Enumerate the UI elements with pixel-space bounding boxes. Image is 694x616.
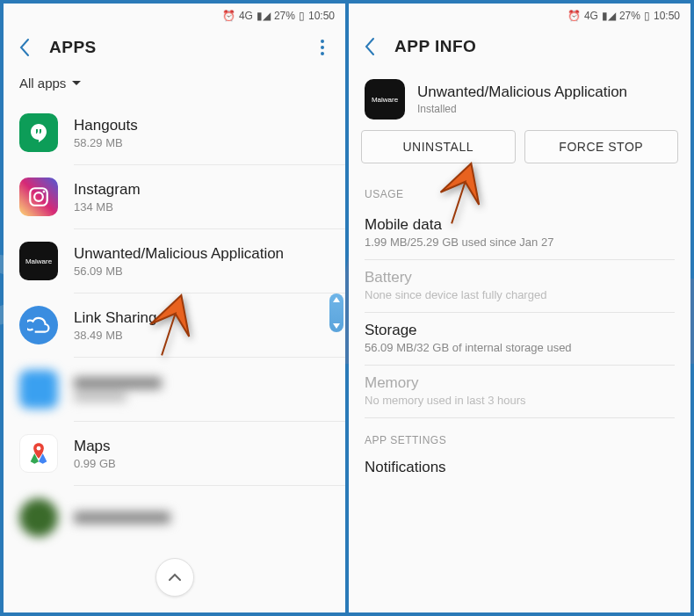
scroll-handle[interactable]: [329, 294, 343, 332]
left-phone: ⏰ 4G ▮◢ 27% ▯ 10:50 APPS All apps Hangou…: [4, 4, 345, 612]
svg-point-5: [43, 191, 46, 193]
chevron-down-icon: [71, 80, 82, 87]
app-size: 58.29 MB: [74, 136, 329, 149]
more-icon[interactable]: [312, 37, 333, 58]
svg-point-6: [37, 446, 41, 451]
app-item-instagram[interactable]: Instagram 134 MB: [4, 165, 345, 228]
network-icon: 4G: [239, 10, 253, 22]
hangouts-icon: [19, 113, 58, 152]
alarm-icon: ⏰: [567, 10, 581, 22]
force-stop-button[interactable]: FORCE STOP: [524, 130, 679, 163]
svg-point-0: [321, 40, 324, 43]
app-settings-section-header: APP SETTINGS: [349, 418, 690, 453]
usage-title: Storage: [365, 322, 675, 339]
back-icon[interactable]: [361, 38, 379, 55]
app-size-blurred: [74, 393, 127, 402]
app-list: Hangouts 58.29 MB Instagram 134 MB Malwa…: [4, 101, 345, 612]
battery-pct: 27%: [274, 10, 295, 22]
usage-title: Memory: [365, 374, 675, 392]
usage-sub: No memory used in last 3 hours: [365, 394, 675, 407]
app-name: Link Sharing: [74, 309, 329, 327]
clock: 10:50: [308, 10, 335, 22]
status-bar: ⏰ 4G ▮◢ 27% ▯ 10:50: [4, 4, 345, 28]
filter-dropdown[interactable]: All apps: [4, 72, 345, 101]
notifications-item[interactable]: Notifications: [349, 453, 690, 476]
usage-mobile-data[interactable]: Mobile data 1.99 MB/25.29 GB used since …: [349, 207, 690, 259]
app-size: 0.99 GB: [74, 457, 329, 470]
header: APPS: [4, 28, 345, 72]
blurred-app-icon: [19, 498, 58, 537]
app-item-blurred[interactable]: [4, 358, 345, 421]
app-name: Unwanted/Malicious Application: [74, 245, 329, 263]
battery-icon: ▯: [299, 10, 305, 22]
filter-label: All apps: [19, 76, 66, 91]
instagram-icon: [19, 178, 58, 216]
page-title: APP INFO: [394, 37, 476, 56]
scroll-to-top-button[interactable]: [155, 558, 194, 597]
usage-sub: 56.09 MB/32 GB of internal storage used: [365, 341, 675, 354]
app-item-blurred-2[interactable]: [4, 486, 345, 549]
app-info-name: Unwanted/Malicious Application: [417, 83, 627, 101]
link-sharing-icon: [19, 306, 58, 344]
app-info-status: Installed: [417, 103, 627, 115]
app-item-hangouts[interactable]: Hangouts 58.29 MB: [4, 101, 345, 164]
svg-point-1: [321, 46, 324, 49]
app-size: 56.09 MB: [74, 265, 329, 278]
app-name-blurred: [74, 511, 170, 524]
clock: 10:50: [654, 10, 680, 22]
svg-point-2: [321, 52, 324, 55]
usage-memory[interactable]: Memory No memory used in last 3 hours: [349, 366, 690, 417]
page-title: APPS: [49, 38, 97, 57]
network-icon: 4G: [584, 10, 598, 22]
usage-title: Battery: [365, 269, 675, 286]
app-name-blurred: [74, 377, 162, 389]
usage-storage[interactable]: Storage 56.09 MB/32 GB of internal stora…: [349, 313, 690, 365]
battery-icon: ▯: [644, 10, 650, 22]
app-size: 38.49 MB: [74, 329, 329, 342]
app-item-maps[interactable]: Maps 0.99 GB: [4, 422, 345, 485]
usage-sub: None since device last fully charged: [365, 288, 675, 301]
app-name: Hangouts: [74, 117, 329, 134]
maps-icon: [19, 434, 58, 473]
malware-icon: Malware: [19, 242, 58, 280]
action-row: UNINSTALL FORCE STOP: [349, 130, 690, 172]
signal-icon: ▮◢: [602, 10, 616, 22]
app-size: 134 MB: [74, 200, 329, 214]
app-item-linksharing[interactable]: Link Sharing 38.49 MB: [4, 294, 345, 357]
usage-title: Mobile data: [365, 216, 675, 234]
right-phone: ⏰ 4G ▮◢ 27% ▯ 10:50 APP INFO Malware Unw…: [349, 4, 690, 612]
alarm-icon: ⏰: [222, 10, 235, 22]
status-bar: ⏰ 4G ▮◢ 27% ▯ 10:50: [349, 4, 690, 28]
app-name: Instagram: [74, 181, 329, 199]
battery-pct: 27%: [619, 10, 640, 22]
header: APP INFO: [349, 28, 690, 70]
usage-battery[interactable]: Battery None since device last fully cha…: [349, 260, 690, 312]
usage-sub: 1.99 MB/25.29 GB used since Jan 27: [365, 236, 675, 249]
app-item-malicious[interactable]: Malware Unwanted/Malicious Application 5…: [4, 229, 345, 293]
blurred-app-icon: [19, 370, 58, 409]
app-name: Maps: [74, 438, 329, 455]
app-info-header: Malware Unwanted/Malicious Application I…: [349, 70, 690, 130]
svg-point-4: [34, 192, 43, 201]
malware-icon: Malware: [365, 79, 405, 120]
signal-icon: ▮◢: [257, 10, 271, 22]
uninstall-button[interactable]: UNINSTALL: [361, 130, 516, 163]
usage-section-header: USAGE: [349, 172, 690, 207]
back-icon[interactable]: [16, 39, 33, 56]
